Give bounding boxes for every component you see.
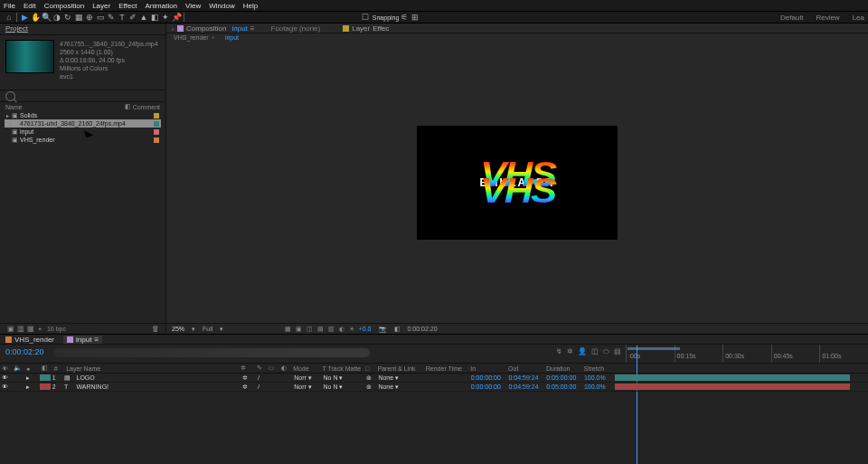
camera-tool-icon[interactable]: ▦ xyxy=(73,12,84,23)
menu-help[interactable]: Help xyxy=(243,2,258,10)
puppet-tool-icon[interactable]: 📌 xyxy=(171,12,182,23)
composition-panel: ▸ Composition input ≡ Footage (none) Lay… xyxy=(166,24,868,334)
mask-toggle-icon[interactable]: ▣ xyxy=(296,326,302,333)
viewer-timecode[interactable]: 0:00:02:20 xyxy=(408,326,438,332)
breadcrumb-root[interactable]: VHS_render xyxy=(174,34,209,41)
menu-file[interactable]: File xyxy=(4,2,15,10)
stretch-col: Stretch xyxy=(582,365,615,372)
zoom-dropdown[interactable]: 25% xyxy=(172,326,184,332)
label-col-icon[interactable]: ◧ xyxy=(124,103,133,110)
bpc-label[interactable]: 16 bpc xyxy=(47,326,66,332)
timeline-timecode[interactable]: 0:00:02:20 xyxy=(5,347,44,356)
panel-caret-icon[interactable]: ▸ xyxy=(172,25,175,32)
parent-col: Parent & Link xyxy=(376,365,424,372)
workspace-default[interactable]: Default xyxy=(780,14,803,22)
grid-icon[interactable]: ▤ xyxy=(317,326,324,333)
exposure-value[interactable]: +0.0 xyxy=(359,326,372,333)
search-icon[interactable] xyxy=(5,91,15,101)
snapping-checkbox[interactable]: ☐ xyxy=(360,12,371,23)
project-item-solids[interactable]: ▸ ▣ Solids xyxy=(5,111,161,119)
anchor-tool-icon[interactable]: ⊕ xyxy=(84,12,95,23)
roi-icon[interactable]: ◫ xyxy=(307,326,313,333)
menu-edit[interactable]: Edit xyxy=(24,2,36,10)
transparency-grid-icon[interactable]: ▦ xyxy=(285,326,291,333)
snap-opt2-icon[interactable]: ⊞ xyxy=(410,12,420,23)
project-footer: ▣ ▥ ▦ ▪ 16 bpc 🗑 xyxy=(0,323,165,334)
new-comp-icon[interactable]: ▦ xyxy=(25,325,35,333)
interpret-footage-icon[interactable]: ▣ xyxy=(5,325,15,333)
selection-tool-icon[interactable]: ▶ xyxy=(19,12,30,23)
layer-color-swatch xyxy=(343,25,349,32)
project-item-vhs-render[interactable]: ▣ VHS_render xyxy=(5,136,161,144)
text-tool-icon[interactable]: T xyxy=(117,12,127,23)
composition-viewer[interactable]: VHS EMULATOR VHS xyxy=(166,42,868,323)
orbit-tool-icon[interactable]: ◑ xyxy=(52,12,62,23)
hand-tool-icon[interactable]: ✋ xyxy=(30,12,41,23)
bpc-icon[interactable]: ▪ xyxy=(35,325,45,333)
menu-effect[interactable]: Effect xyxy=(118,2,137,10)
menu-bar[interactable]: File Edit Composition Layer Effect Anima… xyxy=(0,0,868,12)
comp-tab-name[interactable]: input xyxy=(231,24,247,33)
show-snapshot-icon[interactable]: ◧ xyxy=(394,326,401,333)
menu-animation[interactable]: Animation xyxy=(145,2,177,10)
timeline-tab-input[interactable]: input≡ xyxy=(63,336,102,344)
zoom-tool-icon[interactable]: 🔍 xyxy=(41,12,52,23)
eye-col-icon[interactable]: 👁 xyxy=(0,365,12,372)
brush-tool-icon[interactable]: ✐ xyxy=(127,12,138,23)
rotate-tool-icon[interactable]: ↻ xyxy=(62,12,73,23)
project-tab[interactable]: Project xyxy=(0,24,165,35)
workspace-learn[interactable]: Lea xyxy=(853,14,864,22)
trash-icon[interactable]: 🗑 xyxy=(150,325,160,333)
timeline-layer[interactable]: 👁▸2TWARNING!✲/Norr ▾No N ▾⊚None ▾0:00:00… xyxy=(0,383,868,392)
menu-window[interactable]: Window xyxy=(209,2,234,10)
shy-icon[interactable]: 👤 xyxy=(578,347,587,356)
comp-color-swatch xyxy=(177,25,184,32)
project-item-mp4[interactable]: ▤ 4761731-uhd_3840_2160_24fps.mp4 xyxy=(5,119,161,128)
timeline-layer[interactable]: 👁▸1▤LOGO✲/Norr ▾No N ▾⊚None ▾0:00:00:000… xyxy=(0,374,868,383)
resolution-dropdown[interactable]: Full xyxy=(203,326,212,332)
logo-text-bot: VHS xyxy=(474,176,560,205)
snapshot-icon[interactable]: 📷 xyxy=(379,326,387,333)
footage-tab[interactable]: Footage (none) xyxy=(271,24,321,33)
timeline-layers[interactable]: 👁▸1▤LOGO✲/Norr ▾No N ▾⊚None ▾0:00:00:000… xyxy=(0,374,868,464)
timeline-ruler[interactable]: :00s 00:15s 00:30s 00:45s 01:00s xyxy=(626,345,868,363)
menu-layer[interactable]: Layer xyxy=(92,2,110,10)
project-item-list[interactable]: ▸ ▣ Solids ▤ 4761731-uhd_3840_2160_24fps… xyxy=(0,111,165,323)
new-folder-icon[interactable]: ▥ xyxy=(15,325,25,333)
project-col-comment[interactable]: Comment xyxy=(133,104,160,110)
rect-tool-icon[interactable]: ▭ xyxy=(95,12,106,23)
exposure-icon[interactable]: ☀ xyxy=(349,326,354,333)
comp-mini-flowchart-icon[interactable]: ↯ xyxy=(556,347,562,356)
pen-tool-icon[interactable]: ✎ xyxy=(106,12,117,23)
menu-composition[interactable]: Composition xyxy=(44,2,84,10)
timeline-tab-vhs-render[interactable]: VHS_render xyxy=(5,336,54,344)
project-item-input[interactable]: ▣ input xyxy=(5,128,161,136)
project-thumbnail[interactable] xyxy=(5,40,54,73)
switches-col-icon[interactable]: ✲ xyxy=(239,365,254,372)
comp-icon: ▣ xyxy=(11,137,18,144)
lock-col-icon[interactable]: ● xyxy=(24,365,40,372)
guides-icon[interactable]: ▥ xyxy=(328,326,335,333)
motion-blur-icon[interactable]: ⬭ xyxy=(603,347,609,356)
project-thumbnail-info: 4761755..._3840_2160_24fps.mp4 2560 x 14… xyxy=(60,40,158,85)
frame-blend-icon[interactable]: ◫ xyxy=(591,347,599,356)
workspace-review[interactable]: Review xyxy=(816,14,839,22)
eraser-tool-icon[interactable]: ◧ xyxy=(149,12,160,23)
index-col: # xyxy=(52,365,64,372)
work-area-bar[interactable] xyxy=(627,347,680,350)
label-col-icon[interactable]: ◧ xyxy=(40,365,52,372)
timeline-search-input[interactable] xyxy=(53,348,370,357)
graph-editor-icon[interactable]: ▤ xyxy=(614,347,621,356)
footage-icon: ▤ xyxy=(11,120,18,128)
project-col-name[interactable]: Name xyxy=(5,104,124,110)
draft3d-icon[interactable]: ✲ xyxy=(567,347,573,356)
channel-icon[interactable]: ◐ xyxy=(339,326,344,333)
home-icon[interactable]: ⌂ xyxy=(4,12,14,23)
audio-col-icon[interactable]: 🔈 xyxy=(12,365,24,372)
roto-tool-icon[interactable]: ✦ xyxy=(160,12,171,23)
menu-view[interactable]: View xyxy=(185,2,201,10)
breadcrumb-current[interactable]: input xyxy=(225,34,239,41)
layer-tab-name[interactable]: Effec xyxy=(373,24,389,33)
snap-opt-icon[interactable]: ⚟ xyxy=(399,12,410,23)
stamp-tool-icon[interactable]: ▲ xyxy=(138,12,149,23)
